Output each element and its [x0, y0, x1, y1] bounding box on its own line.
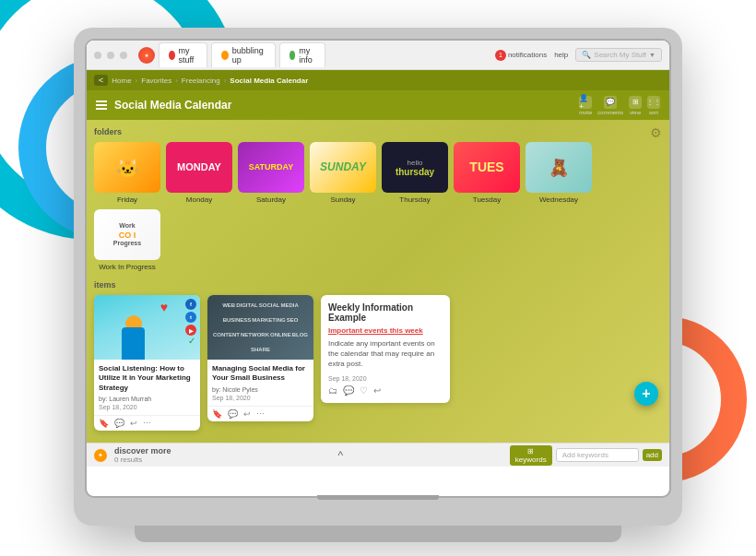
- card-managing-social-title: Managing Social Media for Your Small Bus…: [212, 364, 309, 384]
- note-bookmark-icon[interactable]: 🗂: [328, 385, 337, 396]
- laptop-screen: ● my stuff bubbling up my info: [85, 39, 671, 498]
- notification-count: 1: [499, 52, 502, 58]
- view-button[interactable]: ⊞ view: [629, 96, 642, 115]
- menu-dots-icon[interactable]: ⋯: [143, 419, 151, 428]
- tab-bubbling-up[interactable]: bubbling up: [211, 42, 276, 67]
- folder-friday-thumb: 🐱: [94, 142, 160, 193]
- sort-icon: ⋮⋮: [647, 96, 660, 109]
- web-word-2: DIGITAL: [236, 302, 258, 308]
- tab-label-my-info: my info: [299, 46, 315, 65]
- note-card-weekly: Weekly Information Example Important eve…: [321, 295, 450, 403]
- folder-monday-label: Monday: [186, 195, 212, 204]
- folder-wip[interactable]: Work CO I Progress Work In Progress: [94, 209, 160, 271]
- breadcrumb-sep-2: ›: [175, 77, 178, 85]
- section-title: Social Media Calendar: [114, 99, 572, 112]
- breadcrumb-freelancing[interactable]: Freelancing: [182, 77, 220, 85]
- breadcrumb-home[interactable]: Home: [112, 77, 131, 85]
- notification-badge: 1: [495, 50, 506, 61]
- folder-monday-thumb: MONDAY: [166, 142, 232, 193]
- keywords-input[interactable]: Add keywords: [556, 448, 639, 462]
- search-dropdown-icon[interactable]: ▼: [649, 52, 656, 58]
- breadcrumb-favorites[interactable]: Favorites: [141, 77, 171, 85]
- card-social-listening-date: Sep 18, 2020: [99, 404, 195, 410]
- discover-results: 0 results: [114, 455, 171, 464]
- folder-tuesday-text: TUES: [469, 160, 503, 174]
- folder-friday[interactable]: 🐱 Friday: [94, 142, 160, 204]
- folder-wednesday[interactable]: 🧸 Wednesday: [526, 142, 592, 204]
- note-actions: 🗂 💬 ♡ ↩: [328, 385, 443, 396]
- bottom-bar: ✦ discover more 0 results ^ ⊞ keywords: [87, 443, 669, 467]
- invite-button[interactable]: 👤+ invite: [579, 96, 592, 115]
- laptop-hinge: [317, 495, 439, 500]
- chat-icon-2[interactable]: 💬: [228, 409, 238, 419]
- folder-thursday[interactable]: hello thursday Thursday: [382, 142, 448, 204]
- notifications-area: 1 notifications help 🔍 Search My Stuff ▼: [495, 48, 662, 62]
- card-managing-social-date: Sep 18, 2020: [212, 395, 309, 401]
- folder-saturday[interactable]: SATURDAY Saturday: [238, 142, 304, 204]
- main-content-area: ⚙ folders 🐱 Friday MONDAY: [87, 120, 669, 443]
- bookmark-icon-2[interactable]: 🔖: [212, 409, 222, 419]
- folder-tuesday-label: Tuesday: [473, 195, 501, 204]
- card-social-listening[interactable]: f t ▶ ♥ ✓ Social Listening: How to Utili…: [94, 295, 200, 431]
- card-social-listening-body: Social Listening: How to Utilize It in Y…: [94, 360, 200, 415]
- add-keyword-button[interactable]: add: [643, 449, 662, 461]
- web-word-5: BUSINESS: [223, 317, 252, 323]
- folder-sunday-thumb: SUNDAY: [310, 142, 376, 193]
- note-share-icon[interactable]: ↩: [373, 385, 381, 396]
- discover-info: discover more 0 results: [114, 446, 171, 464]
- browser-tabs: ● my stuff bubbling up my info: [138, 42, 325, 67]
- web-text-art: WEB DIGITAL SOCIAL MEDIA BUSINESS MARKET…: [207, 295, 313, 360]
- note-heart-icon[interactable]: ♡: [360, 385, 368, 396]
- help-label[interactable]: help: [554, 51, 568, 59]
- share-icon-2[interactable]: ↩: [243, 409, 251, 419]
- card-managing-social-body: Managing Social Media for Your Small Bus…: [207, 360, 313, 406]
- sort-button[interactable]: ⋮⋮ sort: [647, 96, 660, 115]
- web-word-6: MARKETING: [252, 317, 285, 323]
- invite-label: invite: [579, 110, 592, 115]
- person-body: [122, 327, 145, 360]
- folder-tuesday[interactable]: TUES Tuesday: [454, 142, 520, 204]
- note-chat-icon[interactable]: 💬: [343, 385, 354, 396]
- items-row: f t ▶ ♥ ✓ Social Listening: How to Utili…: [94, 295, 662, 431]
- discover-label[interactable]: discover more: [114, 446, 171, 455]
- share-icon[interactable]: ↩: [130, 419, 137, 428]
- folder-wip-label: Work In Progress: [99, 263, 156, 271]
- items-section-label: items: [94, 280, 662, 290]
- comments-button[interactable]: 💬 comments: [597, 96, 623, 115]
- web-word-10: ONLINE: [270, 332, 291, 337]
- scroll-up-arrow[interactable]: ^: [337, 449, 343, 462]
- chat-icon[interactable]: 💬: [114, 419, 124, 428]
- browser-dot-3: [120, 52, 127, 59]
- breadcrumb-current: Social Media Calendar: [230, 77, 308, 85]
- note-subtitle: Important events this week: [328, 326, 443, 335]
- search-placeholder[interactable]: Search My Stuff: [594, 51, 646, 59]
- card-social-listening-actions: 🔖 💬 ↩ ⋯: [94, 415, 200, 431]
- folder-saturday-label: Saturday: [256, 195, 286, 204]
- keywords-area: ⊞ keywords Add keywords add: [510, 445, 662, 466]
- tab-my-stuff[interactable]: my stuff: [159, 42, 207, 67]
- add-label: add: [646, 451, 658, 459]
- menu-icon[interactable]: [96, 101, 107, 110]
- keywords-button[interactable]: ⊞ keywords: [510, 445, 552, 466]
- folder-monday[interactable]: MONDAY Monday: [166, 142, 232, 204]
- fab-add-button[interactable]: +: [634, 382, 658, 406]
- invite-icon: 👤+: [579, 96, 592, 109]
- notifications-label[interactable]: notifications: [508, 51, 547, 59]
- folder-sunday[interactable]: SUNDAY Sunday: [310, 142, 376, 204]
- comments-icon: 💬: [604, 96, 617, 109]
- view-icon: ⊞: [629, 96, 642, 109]
- note-title: Weekly Information Example: [328, 302, 443, 323]
- web-word-12: SHARE: [251, 347, 270, 352]
- breadcrumb-back-button[interactable]: <: [94, 75, 108, 86]
- tab-my-info[interactable]: my info: [279, 42, 326, 67]
- keywords-placeholder: Add keywords: [562, 451, 608, 459]
- card-managing-social-actions: 🔖 💬 ↩ ⋯: [207, 406, 313, 421]
- web-word-9: NETWORK: [241, 332, 269, 337]
- card-managing-social[interactable]: WEB DIGITAL SOCIAL MEDIA BUSINESS MARKET…: [207, 295, 313, 421]
- web-word-7: SEO: [287, 317, 299, 323]
- bookmark-icon[interactable]: 🔖: [99, 419, 109, 428]
- keywords-label: keywords: [515, 455, 547, 464]
- menu-dots-icon-2[interactable]: ⋯: [256, 409, 265, 419]
- app-logo: ●: [138, 47, 155, 64]
- gear-settings-icon[interactable]: ⚙: [650, 125, 662, 140]
